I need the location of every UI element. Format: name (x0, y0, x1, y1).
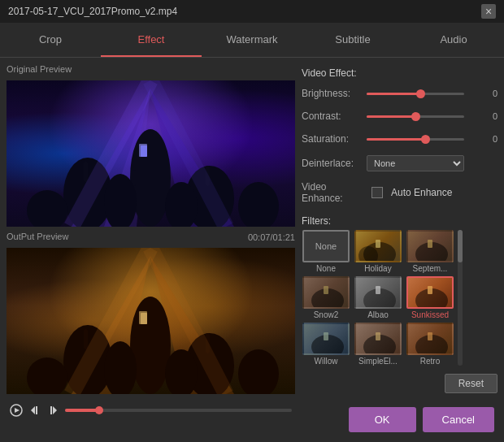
filters-title: Filters: (302, 215, 497, 227)
brightness-row: Brightness: 0 (302, 87, 497, 100)
skip-back-icon (29, 405, 41, 416)
main-content: Original Preview (0, 58, 504, 440)
filter-snow2-label: Snow2 (314, 310, 339, 319)
playback-controls (7, 399, 295, 422)
skip-back-button[interactable] (29, 405, 41, 416)
filter-september[interactable]: Septem... (406, 230, 454, 273)
play-button[interactable] (10, 404, 23, 417)
filter-albao[interactable]: Albao (354, 276, 402, 319)
brightness-slider[interactable] (367, 87, 478, 100)
time-display: 00:07/01:21 (248, 232, 295, 242)
saturation-label: Saturation: (302, 133, 367, 145)
svg-point-3 (130, 129, 171, 227)
svg-point-23 (27, 358, 67, 394)
svg-rect-55 (428, 332, 432, 340)
deinterlace-row: Deinterlace: None Blend Mean Bob (302, 155, 497, 171)
filter-simpleel[interactable]: SimpleEl... (354, 323, 402, 366)
svg-rect-11 (84, 162, 88, 182)
svg-rect-13 (133, 170, 136, 186)
tab-effect[interactable]: Effect (101, 23, 202, 57)
contrast-row: Contrast: 0 (302, 110, 497, 123)
svg-point-8 (238, 182, 279, 227)
filters-grid: None None Holiday (302, 230, 454, 366)
brightness-label: Brightness: (302, 88, 367, 99)
filter-simpleel-thumb (354, 323, 402, 355)
svg-rect-41 (376, 240, 380, 248)
original-crowd-svg (7, 80, 295, 227)
output-crowd-svg (7, 248, 295, 394)
cancel-button[interactable]: Cancel (423, 407, 494, 432)
video-effect-title: Video Effect: (302, 67, 497, 79)
filter-none-thumb: None (302, 230, 350, 262)
filter-none[interactable]: None None (302, 230, 350, 273)
filter-simpleel-label: SimpleEl... (358, 357, 398, 366)
auto-enhance-label: Auto Enhance (391, 187, 452, 198)
deinterlace-select[interactable]: None Blend Mean Bob (367, 155, 464, 171)
september-preview-svg (408, 232, 454, 262)
filter-albao-thumb (354, 276, 402, 309)
tabs-bar: Crop Effect Watermark Subtitle Audio (0, 23, 504, 58)
svg-marker-35 (31, 406, 35, 414)
saturation-value: 0 (481, 134, 497, 144)
svg-marker-34 (15, 408, 20, 413)
svg-rect-43 (428, 240, 432, 248)
filter-none-label: None (316, 264, 336, 273)
filters-section: Filters: None None (302, 215, 497, 366)
contrast-label: Contrast: (302, 110, 367, 122)
tab-audio[interactable]: Audio (403, 23, 504, 57)
simpleel-preview-svg (356, 324, 402, 355)
sunkissed-preview-svg (408, 278, 454, 309)
svg-rect-36 (36, 406, 37, 414)
play-icon (10, 404, 23, 417)
contrast-value: 0 (481, 111, 497, 121)
filter-september-thumb (406, 230, 454, 262)
filter-holiday-thumb (354, 230, 402, 262)
snow2-preview-svg (304, 278, 350, 309)
tab-watermark[interactable]: Watermark (202, 23, 302, 57)
progress-thumb (95, 406, 103, 414)
svg-marker-37 (53, 406, 57, 414)
close-button[interactable]: × (481, 4, 496, 19)
filter-willow-thumb (302, 323, 350, 355)
filter-snow2[interactable]: Snow2 (302, 276, 350, 319)
filter-september-label: Septem... (413, 264, 448, 273)
saturation-slider[interactable] (367, 132, 478, 145)
albao-preview-svg (356, 278, 402, 309)
filter-retro[interactable]: Retro (406, 323, 454, 366)
svg-rect-38 (50, 406, 52, 414)
progress-bar[interactable] (65, 409, 292, 412)
svg-rect-30 (139, 311, 147, 324)
tab-crop[interactable]: Crop (0, 23, 101, 57)
svg-rect-53 (376, 332, 380, 340)
video-enhance-label: Video Enhance: (302, 181, 367, 204)
filter-sunkissed[interactable]: Sunkissed (406, 276, 454, 319)
filter-retro-thumb (406, 323, 454, 355)
tab-subtitle[interactable]: Subtitle (302, 23, 403, 57)
filter-albao-label: Albao (367, 310, 389, 319)
skip-forward-button[interactable] (47, 405, 59, 416)
bottom-buttons: OK Cancel (349, 407, 494, 432)
output-preview-label: OutPut Preview (7, 232, 68, 241)
original-preview (7, 80, 295, 227)
filter-retro-label: Retro (420, 357, 440, 366)
original-preview-label: Original Preview (7, 64, 295, 74)
filter-holiday[interactable]: Holiday (354, 230, 402, 273)
filename-label: 2017-05-17_VCU_2017Promo_v2.mp4 (8, 6, 177, 17)
contrast-slider[interactable] (367, 110, 478, 123)
filter-willow-label: Willow (315, 357, 338, 366)
svg-rect-45 (324, 286, 328, 294)
auto-enhance-checkbox[interactable] (371, 187, 383, 198)
reset-button[interactable]: Reset (445, 374, 497, 393)
svg-rect-47 (376, 286, 380, 294)
filter-willow[interactable]: Willow (302, 323, 350, 366)
holiday-preview-svg (356, 232, 402, 262)
output-header: OutPut Preview 00:07/01:21 (7, 232, 295, 243)
left-panel: Original Preview (7, 64, 295, 433)
brightness-value: 0 (481, 89, 497, 98)
enhance-row: Video Enhance: Auto Enhance (302, 181, 497, 204)
filter-sunkissed-label: Sunkissed (411, 310, 449, 319)
svg-rect-51 (324, 332, 328, 340)
filters-scrollbar[interactable] (458, 230, 463, 366)
svg-rect-14 (139, 144, 147, 157)
ok-button[interactable]: OK (349, 407, 416, 432)
